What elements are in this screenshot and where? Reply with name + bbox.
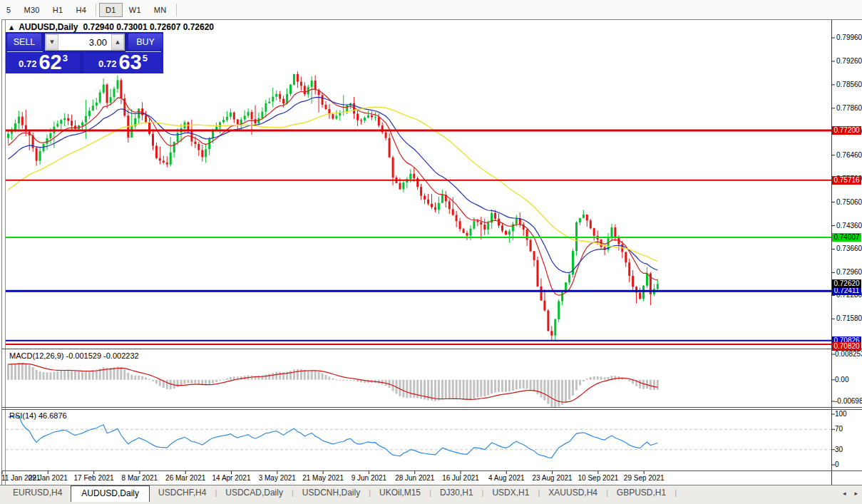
trade-panel-top-row: SELL ▼ ▲ BUY	[6, 33, 163, 51]
tab-usdcad-daily[interactable]: USDCAD,Daily	[217, 485, 292, 500]
timeframe-mn[interactable]: MN	[148, 3, 173, 17]
tab-dj30-h1[interactable]: DJ30,H1	[431, 485, 482, 500]
volume-input[interactable]	[58, 34, 111, 50]
tab-eurusd-h4[interactable]: EURUSD,H4	[4, 485, 71, 500]
tab-separator: |	[674, 485, 677, 500]
buy-button[interactable]: BUY	[128, 34, 163, 51]
buy-price-box[interactable]: 0.72 63 5	[83, 53, 163, 73]
tab-scroll-right-arrow-icon[interactable]: ▸	[854, 490, 858, 497]
volume-spinner: ▼ ▲	[45, 34, 125, 51]
tab-usdchf-h4[interactable]: USDCHF,H4	[150, 485, 215, 500]
tab-xauusd-h4[interactable]: XAUUSD,H4	[540, 485, 606, 500]
timeframe-w1[interactable]: W1	[123, 3, 148, 17]
volume-increase-button[interactable]: ▲	[111, 34, 124, 50]
chart-tab-bar: EURUSD,H4AUDUSD,DailyUSDCHF,H4|USDCAD,Da…	[0, 485, 862, 504]
timeframe-m30[interactable]: M30	[17, 3, 46, 17]
trade-panel-price-row: 0.72 62 3 0.72 63 5	[6, 53, 163, 73]
timeframe-h1[interactable]: H1	[46, 3, 70, 17]
timeframe-5[interactable]: 5	[0, 3, 17, 17]
tab-usdx-h1[interactable]: USDX,H1	[483, 485, 538, 500]
tab-scroll-left-arrow-icon[interactable]: ◂	[843, 490, 846, 497]
sell-button[interactable]: SELL	[7, 34, 41, 51]
buy-price-big: 63	[118, 53, 141, 71]
toolbar-separator	[96, 4, 96, 16]
tab-gbpusd-h1[interactable]: GBPUSD,H1	[608, 485, 674, 500]
timeframe-d1[interactable]: D1	[99, 3, 123, 17]
toolbar-separator	[176, 4, 177, 16]
sell-price-prefix: 0.72	[19, 58, 36, 69]
chart-plot-area[interactable]	[0, 0, 862, 504]
volume-decrease-button[interactable]: ▼	[46, 34, 58, 50]
tab-ukoil-m15[interactable]: UKOil,M15	[371, 485, 429, 500]
price-axis[interactable]	[832, 20, 862, 470]
tab-audusd-daily[interactable]: AUDUSD,Daily	[71, 485, 150, 502]
one-click-trading-panel: SELL ▼ ▲ BUY 0.72 62 3 0.72 63 5	[6, 32, 163, 73]
sell-underline	[7, 51, 43, 52]
buy-price-pip: 5	[143, 53, 148, 63]
time-axis[interactable]	[2, 471, 831, 485]
tab-usdcnh-daily[interactable]: USDCNH,Daily	[294, 485, 369, 500]
chart-canvas	[0, 0, 862, 504]
timeframe-toolbar: 5M30H1H4D1W1MN	[0, 0, 862, 19]
timeframe-h4[interactable]: H4	[69, 3, 93, 17]
sell-price-box[interactable]: 0.72 62 3	[6, 53, 80, 73]
sell-price-big: 62	[39, 53, 61, 71]
sell-price-pip: 3	[63, 53, 68, 63]
tab-scroll-controls: ◂ ▸	[843, 490, 858, 497]
buy-price-prefix: 0.72	[98, 58, 116, 69]
